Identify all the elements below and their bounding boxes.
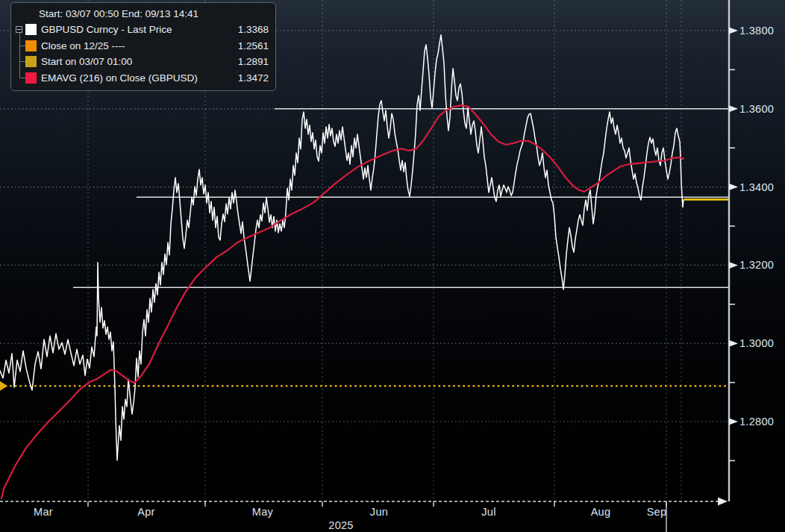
x-axis-month-label: Sep (639, 506, 674, 518)
terminal-chart-window: 2025 1.38001.36001.34001.32001.30001.280… (0, 0, 785, 532)
start-level-marker-icon (0, 381, 7, 391)
y-axis-label: 1.3000 (739, 337, 783, 349)
y-axis-tick-arrow-icon (729, 262, 738, 269)
y-axis-label: 1.2800 (739, 416, 783, 428)
start-level-swatch-icon (25, 56, 37, 67)
legend-panel: Start: 03/07 00:50 End: 09/13 14:41 GBPU… (10, 2, 276, 91)
x-axis-arrow-icon (718, 498, 728, 506)
y-axis-tick-arrow-icon (729, 105, 738, 112)
emavg-series-swatch-icon (25, 72, 37, 84)
x-axis-month-label: Apr (129, 506, 163, 518)
x-axis-month-label: Jun (362, 506, 396, 518)
y-axis-label: 1.3800 (739, 25, 783, 37)
y-axis-tick-arrow-icon (729, 340, 738, 347)
legend-row-value: 1.2561 (238, 40, 269, 51)
legend-row-label: EMAVG (216) on Close (GBPUSD) (41, 72, 198, 84)
x-axis-month-label: May (245, 506, 280, 518)
legend-tree-stub (19, 78, 25, 78)
x-axis-month-label: Mar (26, 506, 60, 518)
legend-row-value: 1.2891 (238, 56, 269, 67)
legend-tree-stub (19, 46, 25, 46)
legend-row-label: GBPUSD Curncy - Last Price (41, 24, 172, 35)
legend-row-label: Start on 03/07 01:00 (41, 56, 132, 67)
y-axis-tick-arrow-icon (729, 28, 738, 34)
price-line (0, 35, 684, 460)
legend-tree-column (16, 22, 25, 38)
legend-tree-column (16, 38, 25, 54)
y-axis-label: 1.3600 (739, 103, 783, 115)
y-axis-label: 1.3200 (739, 259, 783, 271)
y-axis-tick-arrow-icon (729, 419, 738, 425)
emavg-line (1, 105, 684, 498)
legend-row-start-level[interactable]: Start on 03/07 01:00 1.2891 (16, 54, 269, 70)
y-axis-label: 1.3400 (739, 181, 783, 193)
price-series-swatch-icon (25, 24, 37, 35)
legend-tree-column (16, 70, 25, 87)
legend-tree-stub (19, 61, 25, 62)
y-axis-tick-arrow-icon (729, 184, 738, 190)
x-axis-year-label: 2025 (324, 519, 358, 531)
x-axis-month-label: Jul (472, 506, 506, 518)
legend-row-last-price[interactable]: GBPUSD Curncy - Last Price 1.3368 (16, 22, 269, 38)
legend-row-value: 1.3472 (238, 72, 269, 84)
legend-period-label: Start: 03/07 00:50 End: 09/13 14:41 (39, 7, 269, 22)
x-axis-month-label: Aug (584, 506, 618, 518)
legend-row-close-level[interactable]: Close on 12/25 ---- 1.2561 (16, 38, 269, 54)
close-level-swatch-icon (25, 40, 37, 51)
legend-expander-icon[interactable] (16, 26, 22, 33)
legend-tree-column (16, 54, 25, 70)
legend-row-emavg[interactable]: EMAVG (216) on Close (GBPUSD) 1.3472 (16, 70, 269, 87)
legend-row-label: Close on 12/25 ---- (41, 40, 125, 51)
legend-row-value: 1.3368 (238, 24, 269, 35)
